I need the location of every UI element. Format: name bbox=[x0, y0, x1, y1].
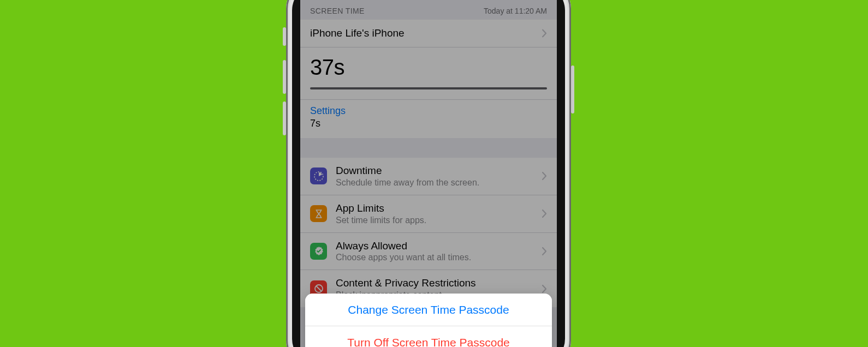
option-subtitle: Choose apps you want at all times. bbox=[336, 252, 533, 263]
action-sheet-card: Change Screen Time Passcode Turn Off Scr… bbox=[305, 294, 552, 347]
usage-group: iPhone Life's iPhone 37s Settings 7s bbox=[300, 20, 557, 138]
change-passcode-button[interactable]: Change Screen Time Passcode bbox=[305, 294, 552, 326]
chevron-right-icon bbox=[542, 247, 547, 255]
hourglass-icon bbox=[310, 205, 327, 222]
action-sheet: Change Screen Time Passcode Turn Off Scr… bbox=[305, 294, 552, 347]
option-title: Always Allowed bbox=[336, 240, 533, 253]
volume-down-button bbox=[283, 101, 286, 135]
section-label: SCREEN TIME bbox=[310, 7, 365, 15]
button-label: Turn Off Screen Time Passcode bbox=[347, 336, 510, 347]
option-subtitle: Schedule time away from the screen. bbox=[336, 177, 533, 188]
usage-summary: 37s bbox=[300, 47, 557, 100]
option-title: Content & Privacy Restrictions bbox=[336, 277, 533, 290]
usage-bar-fill bbox=[310, 87, 547, 89]
check-badge-icon bbox=[310, 243, 327, 260]
usage-bar bbox=[310, 87, 547, 89]
chevron-right-icon bbox=[542, 172, 547, 180]
chevron-right-icon bbox=[542, 285, 547, 293]
option-title: Downtime bbox=[336, 164, 533, 177]
app-usage: Settings 7s bbox=[300, 100, 557, 138]
downtime-row[interactable]: Downtime Schedule time away from the scr… bbox=[300, 158, 557, 195]
option-title: App Limits bbox=[336, 202, 533, 215]
svg-line-2 bbox=[316, 286, 322, 291]
chevron-right-icon bbox=[542, 29, 547, 38]
chevron-right-icon bbox=[542, 210, 547, 218]
settings-content: SCREEN TIME Today at 11:20 AM iPhone Lif… bbox=[300, 0, 557, 307]
section-header: SCREEN TIME Today at 11:20 AM bbox=[300, 0, 557, 20]
turn-off-passcode-button[interactable]: Turn Off Screen Time Passcode bbox=[305, 326, 552, 347]
app-usage-name[interactable]: Settings bbox=[310, 105, 547, 117]
phone-bezel: SCREEN TIME Today at 11:20 AM iPhone Lif… bbox=[292, 0, 565, 347]
section-gap bbox=[300, 138, 557, 158]
downtime-icon bbox=[310, 167, 327, 184]
power-button bbox=[571, 65, 574, 113]
total-usage: 37s bbox=[310, 55, 547, 80]
screen: SCREEN TIME Today at 11:20 AM iPhone Lif… bbox=[300, 0, 557, 347]
phone-frame: SCREEN TIME Today at 11:20 AM iPhone Lif… bbox=[286, 0, 571, 347]
button-label: Change Screen Time Passcode bbox=[348, 303, 509, 316]
volume-up-button bbox=[283, 60, 286, 94]
device-row[interactable]: iPhone Life's iPhone bbox=[300, 20, 557, 47]
always-allowed-row[interactable]: Always Allowed Choose apps you want at a… bbox=[300, 233, 557, 271]
device-name: iPhone Life's iPhone bbox=[310, 27, 405, 39]
app-limits-row[interactable]: App Limits Set time limits for apps. bbox=[300, 195, 557, 233]
app-usage-time: 7s bbox=[310, 118, 547, 129]
options-group: Downtime Schedule time away from the scr… bbox=[300, 158, 557, 307]
mute-switch bbox=[283, 27, 286, 46]
section-timestamp: Today at 11:20 AM bbox=[484, 7, 547, 15]
option-subtitle: Set time limits for apps. bbox=[336, 215, 533, 226]
